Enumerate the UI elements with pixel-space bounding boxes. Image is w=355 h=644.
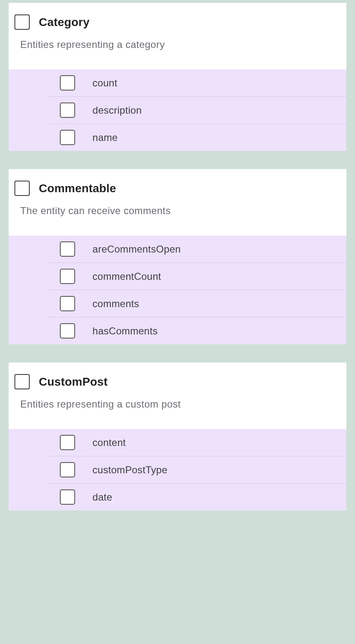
section-checkbox-commentable[interactable] [14, 181, 30, 196]
section-commentable: Commentable The entity can receive comme… [9, 169, 346, 344]
field-row-description: description [47, 97, 346, 124]
section-title: Commentable [39, 182, 116, 195]
field-label: hasComments [92, 325, 158, 337]
section-title-row: Category [14, 14, 341, 30]
section-description: The entity can receive comments [20, 205, 341, 217]
section-customPost: CustomPost Entities representing a custo… [9, 363, 346, 510]
field-label: date [92, 491, 112, 503]
section-header: Commentable The entity can receive comme… [9, 169, 346, 236]
field-label: comments [92, 298, 139, 310]
field-label: content [92, 437, 126, 448]
field-row-hasComments: hasComments [47, 317, 346, 344]
section-title: CustomPost [39, 375, 108, 389]
field-checkbox-commentCount[interactable] [60, 269, 75, 284]
section-header: CustomPost Entities representing a custo… [9, 363, 346, 429]
section-category: Category Entities representing a categor… [9, 3, 346, 151]
field-label: customPostType [92, 464, 168, 476]
field-list: areCommentsOpen commentCount comments ha… [9, 236, 346, 344]
field-row-date: date [47, 484, 346, 510]
field-checkbox-hasComments[interactable] [60, 323, 75, 339]
field-label: name [92, 132, 118, 143]
field-row-customPostType: customPostType [47, 456, 346, 484]
field-label: count [92, 77, 117, 89]
field-checkbox-comments[interactable] [60, 296, 75, 311]
field-checkbox-count[interactable] [60, 75, 75, 91]
field-label: areCommentsOpen [92, 243, 181, 255]
field-checkbox-customPostType[interactable] [60, 462, 75, 477]
field-list: content customPostType date [9, 429, 346, 510]
section-header: Category Entities representing a categor… [9, 3, 346, 69]
field-checkbox-name[interactable] [60, 130, 75, 145]
section-title-row: Commentable [14, 181, 341, 196]
field-row-name: name [47, 124, 346, 151]
field-checkbox-date[interactable] [60, 489, 75, 505]
section-title-row: CustomPost [14, 374, 341, 389]
field-checkbox-description[interactable] [60, 103, 75, 118]
field-label: description [92, 105, 142, 116]
field-checkbox-content[interactable] [60, 435, 75, 450]
field-list: count description name [9, 69, 346, 151]
field-label: commentCount [92, 271, 161, 282]
section-description: Entities representing a category [20, 39, 341, 50]
section-checkbox-category[interactable] [14, 14, 30, 30]
field-row-areCommentsOpen: areCommentsOpen [47, 236, 346, 263]
field-row-comments: comments [47, 290, 346, 317]
field-row-content: content [47, 429, 346, 456]
section-title: Category [39, 16, 90, 29]
section-description: Entities representing a custom post [20, 398, 341, 410]
field-row-commentCount: commentCount [47, 263, 346, 290]
section-checkbox-customPost[interactable] [14, 374, 30, 389]
field-row-count: count [47, 69, 346, 97]
field-checkbox-areCommentsOpen[interactable] [60, 241, 75, 257]
